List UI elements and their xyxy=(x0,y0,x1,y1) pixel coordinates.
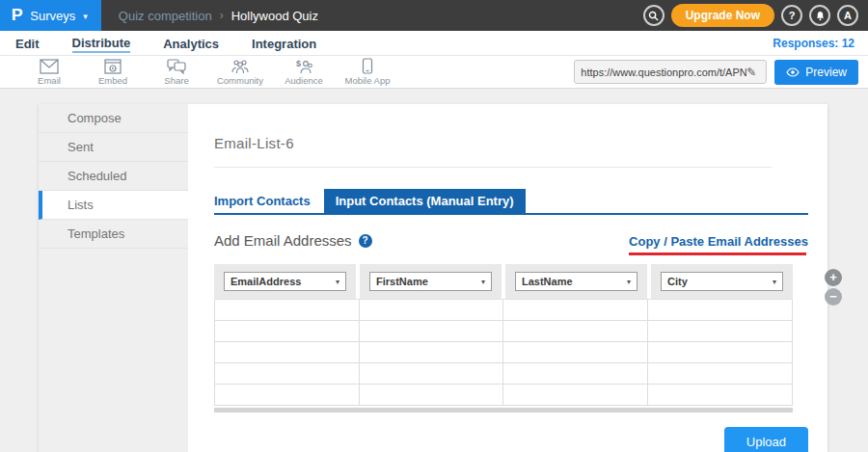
tool-label: Community xyxy=(217,75,263,86)
cell-firstname[interactable] xyxy=(360,342,504,363)
cell-email[interactable] xyxy=(215,321,360,342)
cell-lastname[interactable] xyxy=(503,321,648,342)
remove-row-button[interactable]: − xyxy=(825,288,842,306)
top-bar: P Surveys ▾ Quiz competition › Hollywood… xyxy=(0,0,868,31)
column-select-emailaddress[interactable]: EmailAddress ▾ xyxy=(224,272,346,291)
horizontal-scrollbar[interactable] xyxy=(214,408,793,412)
sidebar-item-compose[interactable]: Compose xyxy=(39,104,188,133)
select-value: LastName xyxy=(522,276,573,287)
topbar-actions: Upgrade Now ? A xyxy=(643,0,858,31)
header-cell: EmailAddress ▾ xyxy=(214,264,356,299)
column-select-city[interactable]: City ▾ xyxy=(661,272,783,291)
cell-city[interactable] xyxy=(648,342,793,363)
column-select-lastname[interactable]: LastName ▾ xyxy=(515,272,637,291)
title-divider xyxy=(214,167,772,168)
add-emails-header: Add Email Addresses ? Copy / Paste Email… xyxy=(214,232,808,255)
cell-lastname[interactable] xyxy=(503,342,648,363)
cell-firstname[interactable] xyxy=(360,300,504,321)
add-row-button[interactable]: + xyxy=(825,269,842,286)
community-icon xyxy=(231,59,250,74)
cell-city[interactable] xyxy=(648,363,793,385)
email-sidebar: Compose Sent Scheduled Lists Templates xyxy=(39,104,188,452)
cell-email[interactable] xyxy=(215,385,360,406)
help-icon[interactable]: ? xyxy=(359,234,372,248)
tool-community[interactable]: Community xyxy=(208,59,272,86)
copy-paste-emails-link[interactable]: Copy / Paste Email Addresses xyxy=(629,234,808,249)
edit-url-pencil-icon[interactable]: ✎ xyxy=(746,66,756,79)
tab-edit[interactable]: Edit xyxy=(15,34,40,52)
tool-label: Mobile App xyxy=(344,75,390,86)
survey-nav: Edit Distribute Analytics Integration Re… xyxy=(0,31,868,55)
preview-label: Preview xyxy=(805,66,847,79)
tool-label: Share xyxy=(164,75,188,86)
header-cell: FirstName ▾ xyxy=(360,264,502,299)
surveys-menu[interactable]: P Surveys ▾ xyxy=(0,0,101,31)
table-row xyxy=(215,342,792,363)
select-value: EmailAddress xyxy=(231,276,301,287)
dropdown-arrow-icon: ▾ xyxy=(773,278,776,286)
distribute-toolbar: Email Embed Share Community $ Audience M… xyxy=(0,55,868,89)
tab-input-contacts-manual[interactable]: Input Contacts (Manual Entry) xyxy=(324,189,526,213)
tool-audience[interactable]: $ Audience xyxy=(272,59,336,86)
breadcrumb-current: Hollywood Quiz xyxy=(231,9,318,23)
responses-count[interactable]: Responses: 12 xyxy=(773,37,854,50)
row-controls: + − xyxy=(825,269,842,306)
cell-firstname[interactable] xyxy=(360,321,504,342)
cell-lastname[interactable] xyxy=(503,363,648,385)
list-detail-main: Email-List-6 Import Contacts Input Conta… xyxy=(188,104,827,452)
chevron-down-icon: ▾ xyxy=(83,12,88,21)
dropdown-arrow-icon: ▾ xyxy=(336,278,339,286)
header-cell: City ▾ xyxy=(651,264,793,299)
annotation-red-underline xyxy=(629,253,806,255)
embed-icon xyxy=(104,59,122,74)
section-title: Add Email Addresses xyxy=(214,232,352,249)
sidebar-item-lists[interactable]: Lists xyxy=(39,191,188,220)
sidebar-item-scheduled[interactable]: Scheduled xyxy=(39,162,188,191)
sidebar-item-templates[interactable]: Templates xyxy=(39,220,188,249)
survey-url-field: ✎ xyxy=(574,60,767,84)
tab-import-contacts[interactable]: Import Contacts xyxy=(214,189,324,213)
table-row xyxy=(215,300,792,321)
email-lists-panel: Compose Sent Scheduled Lists Templates E… xyxy=(39,104,827,452)
contacts-tabs: Import Contacts Input Contacts (Manual E… xyxy=(214,189,808,215)
cell-city[interactable] xyxy=(648,300,793,321)
select-value: City xyxy=(667,276,688,287)
list-title: Email-List-6 xyxy=(214,135,827,151)
breadcrumb-parent[interactable]: Quiz competition xyxy=(119,9,212,23)
cell-firstname[interactable] xyxy=(360,385,504,406)
bell-icon xyxy=(815,11,826,21)
table-row xyxy=(215,385,792,406)
question-mark-icon: ? xyxy=(789,10,796,21)
tab-integration[interactable]: Integration xyxy=(252,34,316,52)
tool-embed[interactable]: Embed xyxy=(81,59,145,86)
upgrade-now-button[interactable]: Upgrade Now xyxy=(671,4,774,27)
account-avatar[interactable]: A xyxy=(837,5,858,26)
cell-lastname[interactable] xyxy=(503,300,648,321)
survey-url-input[interactable] xyxy=(581,66,746,78)
cell-city[interactable] xyxy=(648,385,793,406)
cell-email[interactable] xyxy=(215,342,360,363)
tool-mobile-app[interactable]: Mobile App xyxy=(336,58,399,86)
tool-share[interactable]: Share xyxy=(145,59,208,86)
cell-firstname[interactable] xyxy=(360,363,504,385)
breadcrumb-separator-icon: › xyxy=(220,9,224,22)
tab-distribute[interactable]: Distribute xyxy=(72,33,131,53)
dropdown-arrow-icon: ▾ xyxy=(481,278,485,286)
cell-city[interactable] xyxy=(648,321,793,342)
notifications-button[interactable] xyxy=(809,5,830,26)
cell-lastname[interactable] xyxy=(503,385,648,406)
help-button[interactable]: ? xyxy=(781,5,802,26)
search-button[interactable] xyxy=(643,5,665,26)
upload-button[interactable]: Upload xyxy=(724,427,808,452)
tool-email[interactable]: Email xyxy=(17,59,81,86)
cell-email[interactable] xyxy=(215,300,360,321)
toolbar-right: ✎ Preview xyxy=(574,60,858,85)
header-cell: LastName ▾ xyxy=(505,264,647,299)
cell-email[interactable] xyxy=(215,363,360,385)
tool-label: Email xyxy=(38,75,61,86)
column-select-firstname[interactable]: FirstName ▾ xyxy=(369,272,492,291)
preview-button[interactable]: Preview xyxy=(774,60,858,85)
sidebar-item-sent[interactable]: Sent xyxy=(39,133,188,162)
contacts-table-body xyxy=(214,299,793,406)
tab-analytics[interactable]: Analytics xyxy=(163,34,219,52)
